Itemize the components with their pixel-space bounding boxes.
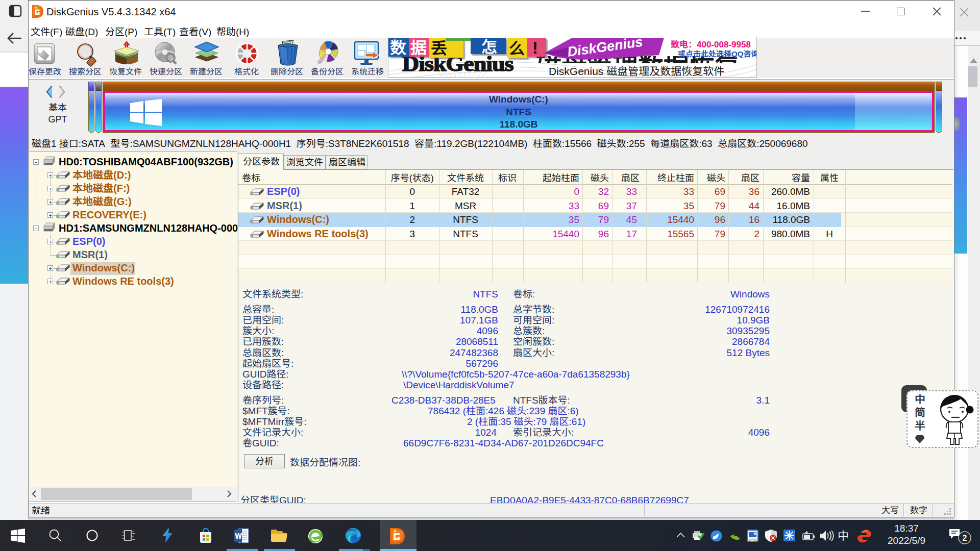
- svg-text:2: 2: [963, 534, 967, 542]
